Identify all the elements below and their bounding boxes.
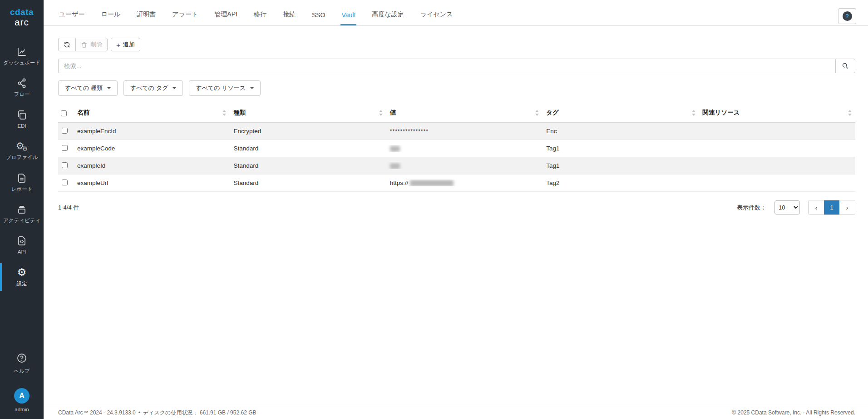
nav-label: EDI (17, 123, 26, 129)
search-input[interactable] (58, 59, 835, 73)
filter-tag-label: すべての タグ (130, 84, 168, 92)
redacted-value (410, 180, 454, 186)
sidebar-item-edi[interactable]: EDI (0, 105, 44, 133)
tab-vault[interactable]: Vault (340, 11, 356, 25)
app-logo[interactable]: cdata arc (0, 0, 44, 32)
tab-roles[interactable]: ロール (100, 10, 122, 25)
page-number-button[interactable]: 1 (824, 200, 839, 214)
nav-label: フロー (14, 91, 30, 97)
sort-icon[interactable] (535, 110, 539, 116)
bullet-separator: • (138, 409, 140, 416)
chart-line-icon (16, 46, 27, 57)
tab-alerts[interactable]: アラート (171, 10, 199, 25)
nav-label: プロファイル (6, 154, 38, 160)
tab-licenses[interactable]: ライセンス (419, 10, 454, 25)
sort-icon[interactable] (692, 110, 695, 116)
sidebar-item-settings[interactable]: ⚙ 設定 (0, 263, 44, 291)
select-all-checkbox[interactable] (61, 110, 67, 116)
column-header-tag[interactable]: タグ (542, 104, 699, 122)
value-prefix: https:// (390, 180, 409, 186)
row-checkbox[interactable] (62, 162, 68, 168)
table-row[interactable]: exampleUrl Standard https:// Tag2 (58, 175, 855, 192)
tray-stack-icon (16, 204, 27, 215)
file-code-icon (16, 235, 27, 246)
column-header-value[interactable]: 値 (386, 104, 542, 122)
chevron-down-icon (250, 87, 254, 89)
column-label: 種類 (233, 109, 246, 117)
cell-type: Standard (230, 145, 386, 152)
vault-table: 名前 種類 値 タグ 関連リソース (58, 104, 855, 192)
sort-icon[interactable] (848, 110, 852, 116)
filter-type-label: すべての 種類 (65, 84, 103, 92)
sidebar-bottom: ヘルプ A admin (0, 349, 44, 419)
cell-name: exampleId (74, 162, 230, 169)
user-menu[interactable]: A admin (14, 388, 30, 413)
sidebar-item-dashboard[interactable]: ダッシュボード (0, 42, 44, 70)
cell-value: *************** (386, 128, 542, 135)
double-gear-icon: ⚙⚙ (16, 141, 27, 152)
trash-icon (81, 41, 88, 48)
tab-advanced-settings[interactable]: 高度な設定 (371, 10, 404, 25)
nav-label: ヘルプ (14, 368, 30, 374)
table-row[interactable]: exampleEncId Encrypted *************** E… (58, 123, 855, 140)
cell-tag: Enc (542, 128, 699, 135)
nav-label: API (18, 249, 26, 255)
delete-button[interactable]: 削除 (75, 38, 108, 51)
nav-label: 設定 (17, 280, 27, 287)
copy-icon (16, 110, 27, 120)
sidebar-item-api[interactable]: API (0, 231, 44, 259)
sort-icon[interactable] (222, 110, 226, 116)
help-button[interactable]: ? (838, 8, 856, 24)
add-button[interactable]: + 追加 (111, 38, 140, 51)
main-area: ユーザー ロール 証明書 アラート 管理API 移行 接続 SSO Vault … (44, 0, 868, 419)
column-label: 関連リソース (703, 109, 740, 117)
page-size-select[interactable]: 10 (774, 200, 800, 214)
tab-users[interactable]: ユーザー (58, 10, 86, 25)
column-header-name[interactable]: 名前 (74, 104, 230, 122)
chevron-down-icon (107, 87, 111, 89)
row-checkbox[interactable] (62, 145, 68, 151)
footer-right: © 2025 CData Software, Inc. - All Rights… (732, 409, 855, 416)
vault-content: 削除 + 追加 すべての 種類 すべての タグ (44, 38, 868, 215)
prev-page-button[interactable]: ‹ (809, 200, 824, 214)
sidebar-nav: ダッシュボード フロー EDI ⚙⚙ プロファイル (0, 42, 44, 294)
filter-resource-dropdown[interactable]: すべての リソース (189, 80, 261, 96)
page-size-label: 表示件数： (737, 204, 766, 212)
column-label: 値 (390, 109, 396, 117)
table-row[interactable]: exampleCode Standard Tag1 (58, 140, 855, 157)
sidebar-item-reports[interactable]: レポート (0, 169, 44, 196)
column-header-type[interactable]: 種類 (230, 104, 386, 122)
cell-type: Standard (230, 162, 386, 169)
sidebar-item-flows[interactable]: フロー (0, 74, 44, 101)
column-header-related[interactable]: 関連リソース (699, 104, 855, 122)
cell-value (386, 145, 542, 152)
sidebar-item-activity[interactable]: アクティビティ (0, 200, 44, 228)
tab-sso[interactable]: SSO (311, 11, 326, 25)
tab-migration[interactable]: 移行 (253, 10, 267, 25)
next-page-button[interactable]: › (839, 200, 855, 214)
filter-tag-dropdown[interactable]: すべての タグ (123, 80, 183, 96)
share-nodes-icon (16, 78, 27, 89)
question-icon: ? (843, 11, 852, 21)
settings-tabbar: ユーザー ロール 証明書 アラート 管理API 移行 接続 SSO Vault … (44, 0, 868, 26)
row-checkbox[interactable] (62, 128, 68, 134)
search-button[interactable] (835, 59, 855, 73)
cell-tag: Tag1 (542, 145, 699, 152)
app-footer: CData Arc™ 2024 - 24.3.9133.0 • ディスクの使用状… (44, 406, 868, 419)
add-label: 追加 (123, 40, 135, 49)
sort-icon[interactable] (379, 110, 383, 116)
sidebar-item-profiles[interactable]: ⚙⚙ プロファイル (0, 137, 44, 165)
search-icon (842, 62, 849, 70)
redacted-value (390, 146, 400, 152)
row-checkbox[interactable] (62, 180, 68, 185)
refresh-button[interactable] (58, 38, 76, 51)
tab-connections[interactable]: 接続 (282, 10, 296, 25)
tab-admin-api[interactable]: 管理API (213, 10, 238, 25)
tab-certificates[interactable]: 証明書 (136, 10, 157, 25)
cell-type: Standard (230, 180, 386, 186)
filter-type-dropdown[interactable]: すべての 種類 (58, 80, 118, 96)
sidebar-item-help[interactable]: ヘルプ (12, 349, 31, 378)
nav-label: アクティビティ (3, 217, 40, 224)
table-row[interactable]: exampleId Standard Tag1 (58, 157, 855, 175)
nav-label: ダッシュボード (3, 60, 40, 66)
